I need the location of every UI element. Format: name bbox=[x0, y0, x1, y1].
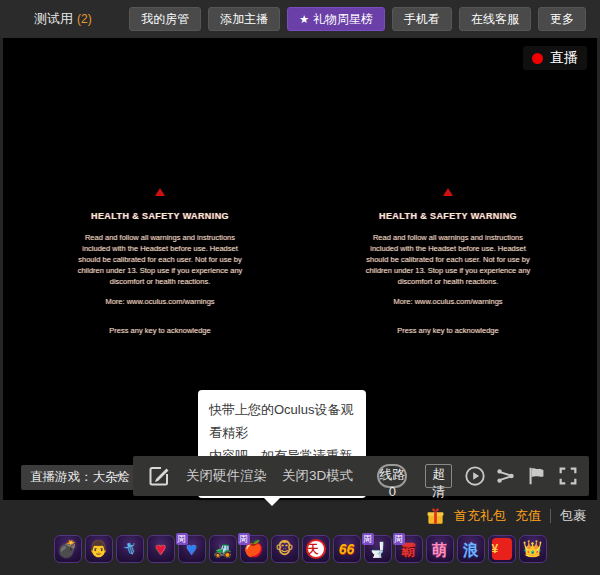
bottom-panel: 首充礼包 充值 包裹 💣 👨 🗡 ♥ 周 ♥ 🚜 周 bbox=[0, 500, 600, 575]
warning-title: HEALTH & SAFETY WARNING bbox=[336, 211, 560, 221]
warning-more-link-text: More: www.oculus.com/warnings bbox=[336, 297, 560, 306]
week-badge: 周 bbox=[393, 533, 405, 545]
flame-66-icon: 66 bbox=[339, 542, 355, 556]
warning-body-line: should be calibrated for each user. Not … bbox=[48, 254, 272, 265]
gift-item-blue-heart[interactable]: 周 ♥ bbox=[178, 535, 206, 563]
recharge-link[interactable]: 充值 bbox=[515, 507, 541, 525]
warning-body-line: Read and follow all warnings and instruc… bbox=[48, 232, 272, 243]
fullscreen-icon[interactable] bbox=[557, 465, 579, 487]
excavator-icon: 🚜 bbox=[213, 542, 232, 557]
warning-acknowledge-text: Press any key to acknowledge bbox=[48, 326, 272, 335]
week-badge: 周 bbox=[362, 533, 374, 545]
share-icon[interactable] bbox=[495, 465, 517, 487]
first-recharge-link[interactable]: 首充礼包 bbox=[454, 507, 506, 525]
gift-item-ba-banner[interactable]: 周 霸 bbox=[395, 535, 423, 563]
gift-item-red-apple[interactable]: 周 🍎 bbox=[240, 535, 268, 563]
live-badge-label: 直播 bbox=[550, 49, 578, 67]
warning-body-line: included with the Headset before use. He… bbox=[336, 243, 560, 254]
mode-3d-toggle[interactable]: 关闭3D模式 bbox=[282, 467, 353, 485]
gift-item-toilet[interactable]: 周 🚽 bbox=[364, 535, 392, 563]
room-viewer-count: (2) bbox=[77, 12, 92, 26]
divider bbox=[550, 509, 551, 523]
warning-body-line: should be calibrated for each user. Not … bbox=[336, 254, 560, 265]
tooltip-line: 快带上您的Oculus设备观看精彩 bbox=[209, 398, 355, 444]
gift-item-man-portrait[interactable]: 👨 bbox=[85, 535, 113, 563]
gift-item-flame-66[interactable]: 66 bbox=[333, 535, 361, 563]
warning-body-line: children under 13. Stop use if you exper… bbox=[336, 265, 560, 276]
weekly-gift-rank-button[interactable]: ★ 礼物周星榜 bbox=[287, 7, 385, 31]
play-icon[interactable] bbox=[464, 465, 486, 487]
warning-triangle-icon bbox=[443, 188, 453, 196]
gold-crown-icon: 👑 bbox=[523, 541, 543, 557]
warning-title: HEALTH & SAFETY WARNING bbox=[48, 211, 272, 221]
warning-body-line: included with the Headset before use. He… bbox=[48, 243, 272, 254]
tooltip-tail bbox=[264, 498, 280, 506]
more-button[interactable]: 更多 bbox=[538, 7, 586, 31]
gift-item-excavator[interactable]: 🚜 bbox=[209, 535, 237, 563]
man-portrait-icon: 👨 bbox=[89, 541, 109, 557]
gift-item-red-heart[interactable]: ♥ bbox=[147, 535, 175, 563]
topbar: 测试用 (2) 我的房管 添加主播 ★ 礼物周星榜 手机看 在线客服 更多 bbox=[0, 0, 600, 38]
monkey-face-icon: 🐵 bbox=[275, 541, 294, 557]
week-badge: 周 bbox=[238, 533, 250, 545]
phone-watch-button[interactable]: 手机看 bbox=[392, 7, 452, 31]
lang-banner-icon: 浪 bbox=[463, 542, 478, 557]
gift-item-red-packet[interactable]: ¥ bbox=[488, 535, 516, 563]
gift-item-blue-sword[interactable]: 🗡 bbox=[116, 535, 144, 563]
vr-warning-panel-left: HEALTH & SAFETY WARNING Read and follow … bbox=[48, 188, 272, 335]
quality-select-button[interactable]: 超清 bbox=[425, 464, 452, 488]
control-icons bbox=[464, 465, 579, 487]
recharge-row: 首充礼包 充值 包裹 bbox=[14, 500, 586, 532]
edit-icon[interactable] bbox=[147, 464, 171, 488]
player-control-bar: 关闭硬件渲染 关闭3D模式 线路0 超清 bbox=[133, 456, 589, 496]
gift-item-meng-banner[interactable]: 萌 bbox=[426, 535, 454, 563]
gift-item-lang-banner[interactable]: 浪 bbox=[457, 535, 485, 563]
red-packet-icon: ¥ bbox=[492, 538, 512, 560]
week-badge: 周 bbox=[176, 533, 188, 545]
warning-triangle-icon bbox=[155, 188, 165, 196]
live-badge: 直播 bbox=[523, 46, 587, 70]
package-link[interactable]: 包裹 bbox=[560, 507, 586, 525]
hardware-render-toggle[interactable]: 关闭硬件渲染 bbox=[186, 467, 267, 485]
my-admins-button[interactable]: 我的房管 bbox=[129, 7, 201, 31]
warning-more-link-text: More: www.oculus.com/warnings bbox=[48, 297, 272, 306]
bomb-face-icon: 💣 bbox=[58, 541, 78, 557]
warning-body-line: discomfort or health reactions. bbox=[48, 276, 272, 287]
gift-item-gold-crown[interactable]: 👑 bbox=[519, 535, 547, 563]
warning-body: Read and follow all warnings and instruc… bbox=[336, 232, 560, 287]
line-select-button[interactable]: 线路0 bbox=[377, 464, 407, 488]
add-anchor-button[interactable]: 添加主播 bbox=[208, 7, 280, 31]
online-service-button[interactable]: 在线客服 bbox=[459, 7, 531, 31]
star-icon: ★ bbox=[299, 13, 309, 26]
warning-body-line: children under 13. Stop use if you exper… bbox=[48, 265, 272, 276]
video-stage: 直播 HEALTH & SAFETY WARNING Read and foll… bbox=[3, 38, 597, 500]
blue-heart-icon: ♥ bbox=[186, 540, 197, 558]
tianzi-seal-icon: 天 bbox=[306, 539, 326, 559]
warning-acknowledge-text: Press any key to acknowledge bbox=[336, 326, 560, 335]
warning-body-line: discomfort or health reactions. bbox=[336, 276, 560, 287]
gift-item-tianzi-seal[interactable]: 天 bbox=[302, 535, 330, 563]
warning-body-line: Read and follow all warnings and instruc… bbox=[336, 232, 560, 243]
blue-sword-icon: 🗡 bbox=[119, 539, 140, 560]
gift-box-icon bbox=[426, 507, 445, 526]
gift-item-monkey-face[interactable]: 🐵 bbox=[271, 535, 299, 563]
warning-body: Read and follow all warnings and instruc… bbox=[48, 232, 272, 287]
room-title: 测试用 bbox=[34, 10, 73, 28]
meng-banner-icon: 萌 bbox=[432, 542, 447, 557]
gifts-row: 💣 👨 🗡 ♥ 周 ♥ 🚜 周 🍎 🐵 bbox=[14, 535, 586, 563]
live-dot-icon bbox=[532, 53, 543, 64]
gift-item-bomb-face[interactable]: 💣 bbox=[54, 535, 82, 563]
game-label: 直播游戏：大杂烩 bbox=[21, 465, 139, 490]
vr-warning-panel-right: HEALTH & SAFETY WARNING Read and follow … bbox=[336, 188, 560, 335]
topbar-buttons: 我的房管 添加主播 ★ 礼物周星榜 手机看 在线客服 更多 bbox=[129, 7, 586, 31]
report-flag-icon[interactable] bbox=[526, 465, 548, 487]
red-heart-icon: ♥ bbox=[155, 540, 166, 558]
